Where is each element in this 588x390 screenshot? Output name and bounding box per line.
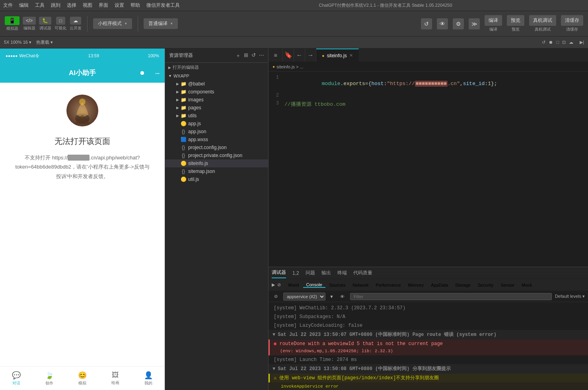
editor-content[interactable]: 1 module.exports={host:"https://■■■■■■■■…: [269, 72, 588, 267]
menu-goto[interactable]: 跳到: [51, 2, 60, 9]
menu-settings[interactable]: 设置: [115, 2, 124, 9]
debug-section-tab-terminal[interactable]: 终端: [337, 268, 347, 278]
tree-item-siteinfo[interactable]: ▶ 🟡 siteinfo.js: [165, 159, 268, 167]
code-line-2: 2: [269, 93, 588, 101]
menu-view[interactable]: 视图: [83, 2, 92, 9]
bookmark-icon: 🔖: [284, 51, 292, 59]
phone-tab-chat[interactable]: 💬 对话: [0, 367, 33, 390]
new-file-icon[interactable]: ＋: [236, 52, 241, 59]
tree-item-babel[interactable]: ▶ 📁 @babel: [165, 80, 268, 88]
tree-item-projectconfig[interactable]: ▶ {} project.config.json: [165, 144, 268, 151]
visualize-button[interactable]: □: [56, 17, 65, 25]
refresh-icon[interactable]: ↺: [251, 52, 256, 59]
debugger-button[interactable]: 🐛: [39, 17, 51, 25]
console-tab-sensor[interactable]: Sensor: [497, 283, 518, 287]
preview-eye-button[interactable]: 👁: [437, 18, 448, 29]
tree-item-sitemap[interactable]: ▶ {} sitemap.json: [165, 167, 268, 175]
sub-toolbar-action-5[interactable]: ☁: [569, 40, 573, 45]
menu-select[interactable]: 选择: [67, 2, 76, 9]
phone-tab-mine[interactable]: 👤 我的: [132, 367, 165, 390]
menu-help[interactable]: 帮助: [130, 2, 140, 9]
simulator-button[interactable]: 📱: [5, 16, 19, 25]
tree-item-pages[interactable]: ▶ 📁 pages: [165, 104, 268, 112]
menu-edit[interactable]: 编辑: [19, 2, 29, 9]
console-tab-performance[interactable]: Performance: [373, 283, 404, 287]
preview-button[interactable]: 预览: [507, 15, 524, 26]
console-tab-storage[interactable]: Storage: [452, 283, 474, 287]
phone-tab-create[interactable]: 🍃 创作: [33, 367, 66, 390]
menu-wechat-tools[interactable]: 微信开发者工具: [146, 2, 180, 9]
console-tab-security[interactable]: Security: [475, 283, 497, 287]
appservice-select[interactable]: appservice (#2): [283, 293, 325, 301]
compile-dropdown[interactable]: 普通编译 ▼: [144, 18, 178, 29]
editor-bookmark-btn[interactable]: 🔖: [283, 49, 294, 62]
sub-toolbar-action-3[interactable]: □: [556, 40, 559, 45]
debug-section-tab-quality[interactable]: 代码质量: [353, 268, 372, 278]
console-tab-memory[interactable]: Memory: [405, 283, 427, 287]
console-eye-btn[interactable]: 👁: [338, 293, 347, 300]
menu-bar: 文件 编辑 工具 跳到 选择 视图 界面 设置 帮助 微信开发者工具 ChatG…: [0, 0, 588, 11]
real-debug-button[interactable]: 真机调试: [529, 15, 556, 26]
console-clear-btn[interactable]: ⊘: [272, 293, 280, 300]
console-tab-sources[interactable]: Sources: [326, 283, 349, 287]
sub-toolbar-action-1[interactable]: ↺: [542, 40, 545, 45]
sub-toolbar-action-2[interactable]: ⏺: [549, 40, 553, 45]
tree-item-appjs[interactable]: ▶ 🟡 app.js: [165, 120, 268, 128]
tree-item-components[interactable]: ▶ 📁 components: [165, 88, 268, 96]
collapse-icon[interactable]: ⋯: [259, 52, 264, 59]
menu-interface[interactable]: 界面: [99, 2, 108, 9]
debug-section-tab-debugger[interactable]: 调试器: [272, 268, 286, 278]
editor-back-btn[interactable]: ←: [294, 49, 305, 62]
tree-item-utiljs[interactable]: ▶ 🟡 util.js: [165, 175, 268, 183]
more-button[interactable]: ≫: [469, 18, 480, 29]
mode-dropdown[interactable]: 小程序模式 ▼: [93, 18, 132, 29]
chat-tab-icon: 💬: [12, 371, 21, 380]
refresh-button[interactable]: ↺: [421, 18, 432, 29]
editor-sidebar-toggle[interactable]: ≡: [269, 49, 283, 62]
siteinfo-tab-close-icon[interactable]: ✕: [349, 53, 353, 58]
tree-item-projectprivate[interactable]: ▶ {} project.private.config.json: [165, 151, 268, 159]
settings-button[interactable]: ⚙: [453, 18, 464, 29]
phone-status-left: ●●●●● WeChat令: [6, 53, 39, 59]
hot-reload-toggle[interactable]: 热重载 ▾: [36, 39, 53, 45]
console-tabs-bar: ▶ ⊘ Wxml Console Sources Network Perform…: [269, 279, 588, 291]
debug-section-tab-output[interactable]: 输出: [321, 268, 331, 278]
open-editors-section[interactable]: ▶ 打开的编辑器: [165, 63, 268, 72]
tree-item-appwxss[interactable]: ▶ 🟦 app.wxss: [165, 136, 268, 144]
editor-button[interactable]: </>: [23, 17, 36, 25]
menu-tools[interactable]: 工具: [35, 2, 45, 9]
wxapp-section[interactable]: ▼ WXAPP: [165, 72, 268, 80]
phone-tab-draw[interactable]: 🖼 绘画: [99, 367, 132, 390]
compile-action-button[interactable]: 编译: [485, 15, 502, 26]
images-label: images: [188, 97, 204, 103]
console-tab-console[interactable]: Console: [303, 282, 325, 288]
console-stop-icon[interactable]: ⊘: [277, 282, 281, 287]
editor-tab-siteinfo[interactable]: ● siteinfo.js ✕: [316, 49, 359, 62]
tree-item-images[interactable]: ▶ 📁 images: [165, 96, 268, 104]
tree-item-utils[interactable]: ▶ 📁 utils: [165, 112, 268, 120]
phone-nav-record[interactable]: ⏺: [139, 70, 145, 76]
cloud-button[interactable]: ☁: [70, 17, 81, 25]
console-filter-input[interactable]: [350, 293, 552, 300]
phone-tab-simulate[interactable]: 😊 模拟: [66, 367, 99, 390]
sub-toolbar-action-6[interactable]: ▶|: [580, 40, 584, 45]
editor-forward-btn[interactable]: →: [305, 49, 316, 62]
console-level-select[interactable]: Default levels ▾: [555, 294, 585, 299]
console-tab-appdata[interactable]: AppData: [428, 283, 451, 287]
console-tab-wxml[interactable]: Wxml: [285, 283, 302, 287]
console-section-pageroute: ▼ Sat Jul 22 2023 13:50:07 GMT+0800 (中国标…: [269, 330, 588, 340]
clear-button[interactable]: 清缓存: [561, 15, 583, 26]
debug-section-tab-number[interactable]: 1,2: [292, 269, 299, 277]
scale-indicator[interactable]: 5X 100% 16 ▾: [4, 40, 31, 45]
appjs-label: app.js: [188, 121, 201, 126]
new-folder-icon[interactable]: ⊞: [244, 52, 248, 59]
console-tab-mock[interactable]: Mock: [518, 283, 535, 287]
menu-file[interactable]: 文件: [3, 2, 13, 9]
console-output[interactable]: [system] WeChatLib: 2.32.3 (2023.7.2 23:…: [269, 302, 588, 390]
console-toggle-icon[interactable]: ▶: [272, 282, 275, 287]
sub-toolbar-action-4[interactable]: ⊡: [562, 40, 566, 45]
tree-item-appjson[interactable]: ▶ {} app.json: [165, 128, 268, 136]
console-tab-network[interactable]: Network: [349, 283, 372, 287]
debug-section-tab-problems[interactable]: 问题: [306, 268, 315, 278]
phone-nav-dots[interactable]: ···: [155, 68, 159, 78]
